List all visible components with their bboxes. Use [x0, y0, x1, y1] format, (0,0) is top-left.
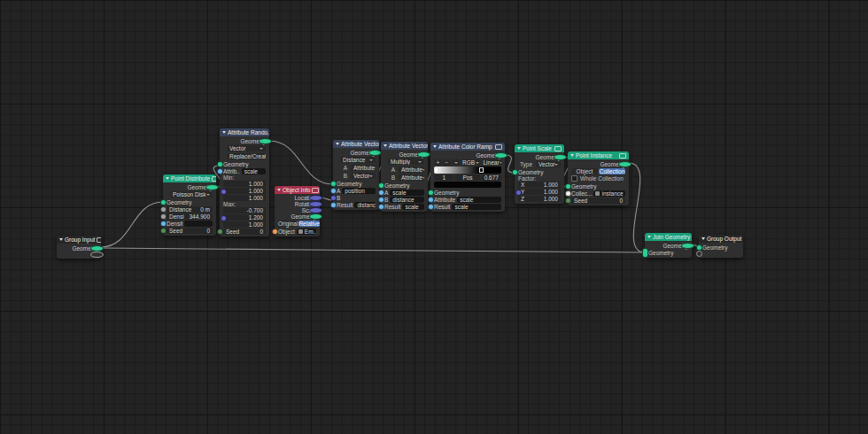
- seed-slider[interactable]: Seed 0: [223, 229, 266, 235]
- empty-output-socket[interactable]: [90, 252, 104, 258]
- geometry-output-socket[interactable]: [90, 245, 104, 252]
- geometry-output-socket[interactable]: [618, 161, 632, 167]
- seed-slider[interactable]: Seed 0: [571, 198, 625, 204]
- node-point-distribute[interactable]: Point Distribute Geometry Poisson Disk G…: [163, 174, 216, 236]
- b-mode-dropdown[interactable]: Vector: [351, 173, 376, 179]
- geometry-input-socket[interactable]: [160, 199, 167, 205]
- data-type-dropdown[interactable]: Vector: [227, 145, 266, 151]
- b-attribute-field[interactable]: distance: [390, 197, 424, 203]
- preview-icon[interactable]: [619, 153, 626, 159]
- a-mode-dropdown[interactable]: Attribute: [351, 165, 376, 171]
- collapse-arrow-icon[interactable]: [166, 177, 169, 180]
- min-input-socket[interactable]: [221, 189, 227, 195]
- preview-icon[interactable]: [212, 176, 216, 182]
- density-attribute-input-socket[interactable]: [160, 221, 167, 227]
- operation-dropdown[interactable]: Replace/Create: [227, 153, 266, 159]
- interpolation-dropdown[interactable]: Linear: [482, 159, 502, 166]
- geometry-output-socket[interactable]: [494, 152, 508, 159]
- ramp-options-dropdown[interactable]: [452, 159, 460, 166]
- geometry-input-socket[interactable]: [330, 181, 337, 187]
- geometry-input-socket[interactable]: [378, 182, 384, 189]
- collapse-arrow-icon[interactable]: [517, 147, 521, 150]
- attribute-name-field[interactable]: scale: [457, 197, 501, 203]
- b-input-socket[interactable]: [330, 195, 337, 201]
- factor-input-socket[interactable]: [515, 190, 522, 196]
- seed-slider[interactable]: Seed 0: [167, 228, 213, 234]
- collapse-arrow-icon[interactable]: [433, 145, 437, 148]
- location-output-socket[interactable]: [309, 195, 322, 201]
- object-input-socket[interactable]: [272, 229, 278, 235]
- stop-color-swatch[interactable]: [434, 182, 501, 188]
- node-header[interactable]: Join Geometry: [645, 233, 692, 241]
- result-input-socket[interactable]: [330, 202, 337, 208]
- node-attribute-randomize[interactable]: Attribute Rando... Geometry Vector Repla…: [220, 128, 269, 236]
- rotation-output-socket[interactable]: [309, 201, 322, 207]
- node-group-output[interactable]: Group Output Geometry: [699, 235, 743, 258]
- a-input-socket[interactable]: [330, 188, 337, 194]
- a-attribute-field[interactable]: scale: [390, 190, 424, 196]
- node-header[interactable]: Attribute Vector: [381, 142, 428, 150]
- node-point-scale[interactable]: Point Scale Geometry Type Vector Geometr…: [515, 144, 564, 204]
- collapse-arrow-icon[interactable]: [277, 189, 281, 191]
- result-name-field[interactable]: scale: [452, 204, 501, 210]
- node-object-info[interactable]: Object Info Location Rotation Scale Geom…: [275, 186, 320, 236]
- distance-input-socket[interactable]: [160, 206, 167, 213]
- node-group-input[interactable]: Group Input Geometry: [57, 236, 101, 259]
- node-header[interactable]: Attribute Vector...: [333, 140, 379, 148]
- stop-index-stepper[interactable]: 1: [434, 174, 453, 181]
- density-slider[interactable]: Densi 344.900: [167, 213, 213, 220]
- attribute-input-socket[interactable]: [217, 168, 223, 174]
- node-point-instance[interactable]: Point Instance Geometry Object Collectio…: [568, 151, 629, 205]
- b-mode-dropdown[interactable]: Attribute: [399, 174, 424, 181]
- seed-input-socket[interactable]: [565, 198, 571, 204]
- a-input-socket[interactable]: [378, 190, 384, 196]
- result-input-socket[interactable]: [428, 204, 434, 210]
- preview-icon[interactable]: [554, 146, 562, 151]
- scale-output-socket[interactable]: [309, 207, 322, 213]
- preview-icon[interactable]: [312, 188, 319, 193]
- node-attribute-vector-math-2[interactable]: Attribute Vector Geometry Multiply A Att…: [381, 142, 428, 212]
- geometry-output-socket[interactable]: [681, 243, 694, 249]
- geometry-input-socket[interactable]: [217, 161, 223, 167]
- node-header[interactable]: Object Info: [275, 186, 320, 194]
- b-input-socket[interactable]: [378, 197, 384, 203]
- attribute-input-socket[interactable]: [428, 197, 434, 203]
- collapse-arrow-icon[interactable]: [570, 154, 574, 157]
- geometry-output-socket[interactable]: [259, 138, 272, 144]
- pos-value-field[interactable]: 0.677: [482, 174, 501, 181]
- object-picker[interactable]: Em... ×: [297, 229, 316, 235]
- color-mode-dropdown[interactable]: RGB: [461, 159, 481, 166]
- collapse-arrow-icon[interactable]: [647, 236, 651, 238]
- original-button[interactable]: Original: [278, 221, 298, 227]
- min-vector-stack[interactable]: 1.000 1.000 1.000: [223, 181, 266, 201]
- node-attribute-color-ramp[interactable]: Attribute Color Ramp Geometry + − RGB Li…: [430, 143, 505, 212]
- node-header[interactable]: Group Output: [699, 235, 743, 243]
- collapse-arrow-icon[interactable]: [701, 237, 705, 240]
- attribute-name-field[interactable]: scale: [242, 168, 266, 174]
- checkbox-icon[interactable]: [571, 175, 577, 182]
- ramp-stop-marker[interactable]: [434, 167, 438, 173]
- ramp-stop-marker[interactable]: [479, 167, 484, 173]
- node-header[interactable]: Attribute Rando...: [220, 128, 269, 136]
- factor-vector-stack[interactable]: X 1.000 Y 1.000 Z 1.000: [518, 182, 561, 202]
- geometry-input-socket[interactable]: [565, 183, 571, 190]
- geometry-output-socket[interactable]: [554, 154, 567, 160]
- density-input-socket[interactable]: [160, 213, 167, 220]
- distance-slider[interactable]: Distance 0 m: [167, 206, 213, 213]
- type-dropdown[interactable]: Vector: [536, 161, 561, 167]
- geometry-output-socket[interactable]: [309, 213, 322, 220]
- geometry-input-socket[interactable]: [696, 244, 702, 251]
- node-header[interactable]: Point Distribute: [163, 174, 216, 182]
- density-attribute-field[interactable]: [184, 221, 213, 227]
- seed-input-socket[interactable]: [217, 229, 223, 235]
- max-input-socket[interactable]: [221, 215, 227, 221]
- color-ramp-gradient[interactable]: [434, 167, 501, 174]
- a-mode-dropdown[interactable]: Attribute: [399, 167, 424, 173]
- node-header[interactable]: Group Input: [57, 236, 101, 244]
- preview-icon[interactable]: [97, 237, 101, 243]
- max-vector-stack[interactable]: -0.700 1.200 1.000: [223, 207, 266, 228]
- result-attribute-field[interactable]: distance: [354, 202, 376, 208]
- preview-icon[interactable]: [495, 144, 502, 150]
- operation-dropdown[interactable]: Multiply: [388, 159, 424, 165]
- geometry-output-socket[interactable]: [205, 184, 219, 190]
